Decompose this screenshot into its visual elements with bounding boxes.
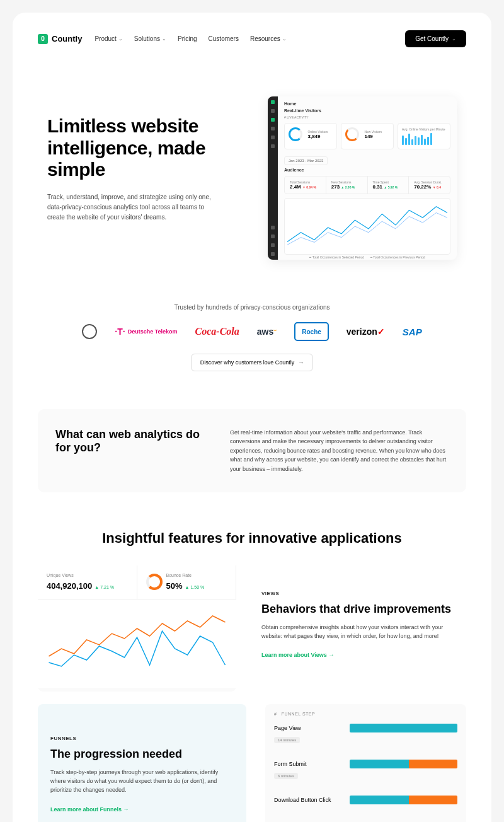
sidebar-icon[interactable] bbox=[271, 136, 275, 139]
aws-logo: aws⌣ bbox=[257, 322, 277, 341]
sidebar-icon[interactable] bbox=[271, 118, 275, 122]
stat-new-sessions: New Sessions 273 ▲ 2.08 % bbox=[326, 177, 368, 194]
chevron-down-icon: ⌄ bbox=[452, 36, 456, 42]
nav-links: Product⌄ Solutions⌄ Pricing Customers Re… bbox=[94, 35, 392, 42]
legend-current: ━ Total Occurrences in Selected Period bbox=[309, 255, 364, 259]
hero-copy: Limitless website intelligence, made sim… bbox=[47, 96, 249, 260]
brand-logo[interactable]: 0 Countly bbox=[38, 34, 82, 44]
verizon-logo: verizon✓ bbox=[346, 322, 385, 341]
views-line-chart bbox=[38, 599, 236, 688]
chevron-down-icon: ⌄ bbox=[118, 36, 123, 42]
views-copy: VIEWS Behaviors that drive improvements … bbox=[255, 565, 466, 692]
roche-logo: Roche bbox=[294, 322, 329, 341]
stat-total-sessions: Total Sessions 2.4M ▼ 0.04 % bbox=[285, 177, 326, 194]
funnels-link[interactable]: Learn more about Funnels → bbox=[50, 806, 129, 813]
funnel-bar bbox=[350, 796, 457, 804]
sidebar-icon[interactable] bbox=[271, 226, 275, 229]
dashboard-sidebar bbox=[268, 96, 278, 260]
live-activity-label: # LIVE ACTIVITY bbox=[284, 115, 450, 119]
chevron-down-icon: ⌄ bbox=[162, 36, 166, 42]
deutsche-telekom-logo: ·T·Deutsche Telekom bbox=[115, 322, 177, 341]
funnel-step-3: Download Button Click bbox=[274, 796, 457, 804]
hero-title: Limitless website intelligence, made sim… bbox=[47, 115, 249, 181]
sap-logo: SAP bbox=[403, 322, 422, 341]
sidebar-icon[interactable] bbox=[271, 100, 275, 104]
nav-customers[interactable]: Customers bbox=[209, 35, 239, 42]
info-section: What can web analytics do for you? Get r… bbox=[38, 409, 466, 492]
funnels-copy: FUNNELS The progression needed Track ste… bbox=[38, 704, 246, 822]
nav-solutions[interactable]: Solutions⌄ bbox=[134, 35, 166, 42]
online-visitors-card: Online Visitors 3,849 bbox=[284, 123, 337, 149]
views-link[interactable]: Learn more about Views → bbox=[261, 652, 334, 658]
legend-previous: ━ Total Occurrences in Previous Period bbox=[370, 255, 425, 259]
brand-name: Countly bbox=[52, 34, 82, 43]
info-title: What can web analytics do for you? bbox=[55, 428, 205, 473]
funnel-bar bbox=[350, 724, 457, 732]
donut-icon bbox=[146, 574, 163, 590]
funnel-step-1: Page View 14 minutes bbox=[274, 724, 457, 747]
trusted-label: Trusted by hundreds of privacy-conscious… bbox=[38, 304, 466, 311]
realtime-label: Real-time Visitors bbox=[284, 108, 450, 113]
new-visitors-card: New Visitors 149 bbox=[341, 123, 394, 149]
sidebar-icon[interactable] bbox=[271, 252, 275, 256]
views-desc: Obtain comprehensive insights about how … bbox=[261, 623, 460, 641]
sidebar-icon[interactable] bbox=[271, 144, 275, 148]
views-title: Behaviors that drive improvements bbox=[261, 603, 460, 616]
page: 0 Countly Product⌄ Solutions⌄ Pricing Cu… bbox=[13, 13, 491, 822]
funnel-time: 14 minutes bbox=[274, 737, 300, 743]
feature-funnels: FUNNELS The progression needed Track ste… bbox=[38, 704, 466, 822]
feature-views: Unique Views 404,920,100▲ 7.21 % Bounce … bbox=[38, 565, 466, 692]
sidebar-icon[interactable] bbox=[271, 127, 275, 130]
views-preview: Unique Views 404,920,100▲ 7.21 % Bounce … bbox=[38, 565, 236, 692]
audience-label: Audience bbox=[284, 168, 450, 172]
donut-icon bbox=[289, 127, 302, 141]
home-label: Home bbox=[284, 101, 450, 106]
sidebar-icon[interactable] bbox=[271, 234, 275, 238]
mini-bar-chart bbox=[402, 131, 446, 145]
brand-logos: ·T·Deutsche Telekom Coca-Cola aws⌣ Roche… bbox=[38, 322, 466, 341]
funnel-header: # FUNNEL STEP bbox=[274, 712, 457, 716]
stat-time-spent: Time Spent 0.31 ▲ 5.92 % bbox=[368, 177, 410, 194]
nav-resources[interactable]: Resources⌄ bbox=[250, 35, 287, 42]
discover-customers-button[interactable]: Discover why customers love Countly→ bbox=[191, 354, 314, 371]
features-heading: Insightful features for innovative appli… bbox=[38, 530, 466, 547]
funnels-desc: Track step-by-step journeys through your… bbox=[50, 768, 234, 795]
funnels-tag: FUNNELS bbox=[50, 736, 234, 741]
coca-cola-logo: Coca-Cola bbox=[195, 322, 239, 341]
donut-icon bbox=[345, 127, 359, 141]
sidebar-icon[interactable] bbox=[271, 243, 275, 247]
avg-visitors-card: Avg. Online Visitors per Minute bbox=[398, 123, 450, 149]
bmw-logo bbox=[82, 324, 97, 339]
countly-icon: 0 bbox=[38, 34, 48, 44]
bounce-rate-stat: Bounce Rate 50%▲ 1.50 % bbox=[137, 565, 237, 599]
info-text: Get real-time information about your web… bbox=[230, 428, 449, 473]
dashboard-preview: Home Real-time Visitors # LIVE ACTIVITY … bbox=[268, 96, 457, 260]
views-tag: VIEWS bbox=[261, 591, 460, 596]
chevron-down-icon: ⌄ bbox=[282, 36, 287, 42]
trusted-section: Trusted by hundreds of privacy-conscious… bbox=[38, 304, 466, 371]
audience-chart: ━ Total Occurrences in Selected Period ━… bbox=[284, 198, 450, 255]
main-nav: 0 Countly Product⌄ Solutions⌄ Pricing Cu… bbox=[38, 25, 466, 52]
hero-section: Limitless website intelligence, made sim… bbox=[38, 96, 466, 260]
get-countly-button[interactable]: Get Countly⌄ bbox=[405, 30, 466, 47]
stat-avg-duration: Avg. Session Durat. 70.22% ▼ 0.4 bbox=[409, 177, 450, 194]
funnel-bar bbox=[350, 760, 457, 768]
hero-subtitle: Track, understand, improve, and strategi… bbox=[47, 192, 211, 223]
funnels-title: The progression needed bbox=[50, 748, 234, 761]
nav-product[interactable]: Product⌄ bbox=[94, 35, 122, 42]
dashboard-main: Home Real-time Visitors # LIVE ACTIVITY … bbox=[278, 96, 457, 260]
nav-pricing[interactable]: Pricing bbox=[178, 35, 197, 42]
audience-stats: Total Sessions 2.4M ▼ 0.04 % New Session… bbox=[284, 176, 450, 194]
sidebar-icon[interactable] bbox=[271, 109, 275, 113]
funnel-time: 6 minutes bbox=[274, 773, 298, 779]
funnels-preview: # FUNNEL STEP Page View 14 minutes Form … bbox=[265, 704, 466, 822]
unique-views-stat: Unique Views 404,920,100▲ 7.21 % bbox=[38, 565, 137, 599]
arrow-right-icon: → bbox=[298, 359, 304, 366]
date-range[interactable]: Jan 2023 - Mar 2023 bbox=[284, 156, 328, 165]
funnel-step-2: Form Submit 6 minutes bbox=[274, 760, 457, 783]
